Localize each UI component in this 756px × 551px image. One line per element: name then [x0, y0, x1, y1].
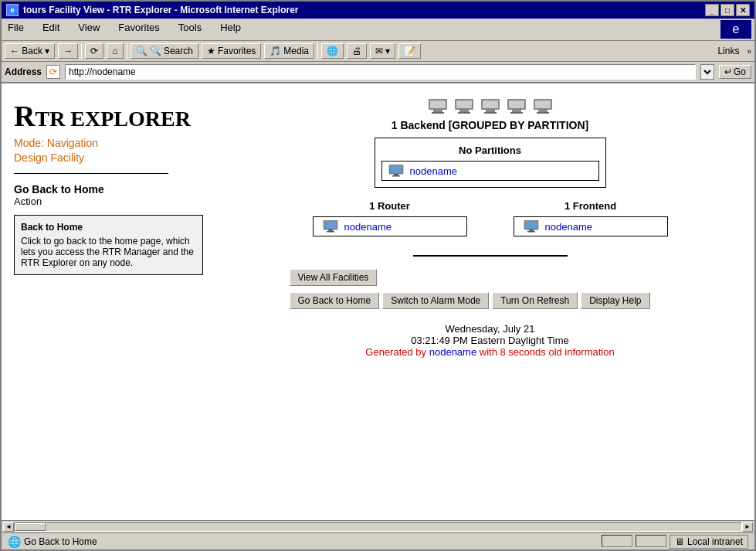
- router-node-name[interactable]: nodename: [344, 221, 392, 233]
- links-button[interactable]: Links: [713, 44, 744, 58]
- router-label: 1 Router: [369, 200, 410, 212]
- ie-logo: e: [720, 20, 751, 39]
- scrollbar-track[interactable]: [14, 522, 742, 532]
- chevron-right-icon: »: [747, 47, 751, 56]
- server-icon-5: [532, 96, 554, 114]
- address-bar: Address ⟳ ↵ Go: [2, 62, 754, 83]
- address-icon: ⟳: [46, 65, 60, 79]
- toolbar: ← Back ▾ → ⟳ ⌂ 🔍 🔍 Search ★ Favorites 🎵 …: [2, 41, 754, 62]
- scroll-left-btn[interactable]: ◄: [3, 522, 14, 532]
- media-label: Media: [283, 46, 309, 56]
- main-content: 1 Backend [GROUPED BY PARTITION] No Part…: [225, 83, 754, 520]
- menu-favorites[interactable]: Favorites: [115, 20, 162, 39]
- menu-edit[interactable]: Edit: [39, 20, 63, 39]
- refresh-button[interactable]: ⟳: [85, 43, 103, 59]
- svg-rect-21: [390, 165, 402, 173]
- footer-info: Wednesday, July 21 03:21:49 PM Eastern D…: [365, 323, 614, 358]
- rtr-title: RTR EXPLORER: [14, 99, 213, 133]
- svg-rect-13: [509, 100, 524, 108]
- scrollbar-thumb[interactable]: [15, 523, 46, 531]
- svg-rect-9: [483, 100, 498, 108]
- svg-rect-1: [430, 100, 446, 108]
- print-button[interactable]: 🖨: [347, 43, 367, 59]
- backend-title: 1 Backend [GROUPED BY PARTITION]: [392, 119, 588, 131]
- server-icon-3: [480, 96, 501, 114]
- menu-help[interactable]: Help: [217, 20, 244, 39]
- svg-rect-27: [327, 231, 334, 233]
- frontend-monitor-icon: [524, 220, 539, 233]
- title-bar: e tours Facility View - RTR Explorer - M…: [2, 2, 754, 19]
- info-box: Back to Home Click to go back to the hom…: [14, 215, 203, 275]
- search-button[interactable]: 🔍 🔍 Search: [131, 43, 198, 59]
- forward-button[interactable]: →: [58, 43, 78, 59]
- go-button[interactable]: ↵ Go: [719, 65, 751, 79]
- svg-rect-25: [324, 221, 337, 229]
- home-button[interactable]: ⌂: [107, 43, 123, 59]
- mode-line: Mode: Navigation: [14, 136, 213, 151]
- footer-date: Wednesday, July 21: [365, 323, 614, 335]
- go-back-title[interactable]: Go Back to Home: [14, 183, 213, 196]
- sidebar-divider: [14, 173, 168, 174]
- frontend-section: 1 Frontend nodename: [514, 200, 668, 236]
- favorites-button[interactable]: ★ Favorites: [202, 43, 261, 59]
- toolbar-sep2: [127, 43, 127, 59]
- router-frontend-row: 1 Router nodename 1 Frontend: [313, 200, 668, 236]
- partition-title: No Partitions: [381, 145, 599, 156]
- svg-rect-11: [484, 112, 497, 114]
- status-left: 🌐 Go Back to Home: [8, 536, 97, 548]
- turn-on-refresh-btn[interactable]: Turn On Refresh: [492, 292, 578, 309]
- intranet-icon: 🖥: [675, 536, 684, 547]
- maximize-btn[interactable]: □: [720, 4, 734, 16]
- svg-rect-29: [525, 221, 537, 229]
- close-btn[interactable]: ✕: [736, 4, 750, 16]
- mail-button[interactable]: ✉ ▾: [370, 43, 395, 59]
- svg-rect-15: [510, 112, 523, 114]
- search-icon: 🔍: [136, 46, 147, 56]
- action-label: Action: [14, 196, 213, 207]
- generated-nodename[interactable]: nodename: [429, 346, 476, 358]
- router-node-box: nodename: [313, 216, 467, 236]
- mode-label: Mode:: [14, 137, 44, 149]
- status-indicator-1: [602, 535, 632, 547]
- buttons-row2: Go Back to Home Switch to Alarm Mode Tur…: [290, 292, 691, 309]
- switch-alarm-btn[interactable]: Switch to Alarm Mode: [382, 292, 489, 309]
- menu-tools[interactable]: Tools: [175, 20, 205, 39]
- back-button[interactable]: ← Back ▾: [5, 43, 55, 59]
- menu-file[interactable]: File: [5, 20, 27, 39]
- go-back-home-btn[interactable]: Go Back to Home: [290, 292, 380, 309]
- minimize-btn[interactable]: _: [705, 4, 719, 16]
- content-divider: [413, 255, 568, 257]
- status-intranet: 🖥 Local intranet: [670, 535, 748, 549]
- monitor-icon: [388, 165, 404, 177]
- display-help-btn[interactable]: Display Help: [581, 292, 649, 309]
- media-icon: 🎵: [270, 46, 281, 56]
- window-title: tours Facility View - RTR Explorer - Mic…: [23, 5, 299, 15]
- info-box-body: Click to go back to the home page, which…: [21, 236, 196, 268]
- intranet-text: Local intranet: [687, 536, 743, 547]
- partition-box: No Partitions nodename: [375, 138, 606, 188]
- svg-rect-26: [328, 230, 333, 231]
- router-section: 1 Router nodename: [313, 200, 467, 236]
- media-button[interactable]: 🎵 Media: [264, 43, 314, 59]
- svg-rect-3: [432, 112, 444, 114]
- frontend-node-name[interactable]: nodename: [545, 221, 592, 233]
- server-icons: [427, 96, 554, 114]
- address-input[interactable]: [65, 64, 696, 80]
- mode-value: Navigation: [47, 137, 98, 149]
- svg-rect-30: [529, 230, 534, 231]
- horizontal-scrollbar[interactable]: ◄ ►: [2, 520, 754, 532]
- svg-rect-17: [535, 100, 551, 108]
- edit-button[interactable]: 📝: [398, 43, 421, 59]
- server-icon-2: [453, 96, 475, 114]
- browser-icon: e: [6, 4, 19, 16]
- address-dropdown[interactable]: [700, 64, 714, 80]
- menu-view[interactable]: View: [75, 20, 103, 39]
- server-icon-1: [427, 96, 449, 114]
- svg-rect-5: [456, 100, 472, 108]
- globe-button[interactable]: 🌐: [321, 43, 344, 59]
- go-label: Go: [734, 66, 746, 77]
- svg-rect-7: [458, 112, 470, 114]
- backend-node-name[interactable]: nodename: [410, 165, 457, 177]
- view-all-facilities-btn[interactable]: View All Facilities: [290, 269, 378, 286]
- scroll-right-btn[interactable]: ►: [742, 522, 753, 532]
